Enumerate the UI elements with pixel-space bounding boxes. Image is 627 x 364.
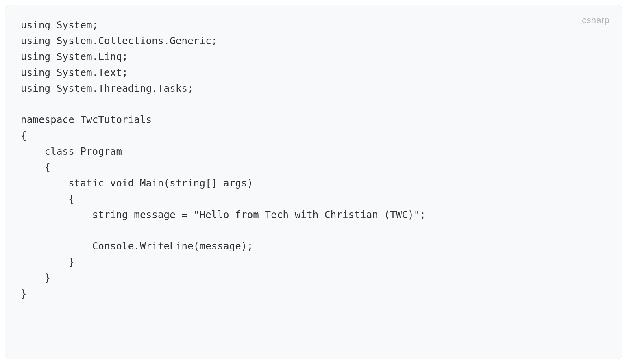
code-content[interactable]: using System; using System.Collections.G… bbox=[21, 17, 606, 302]
language-label: csharp bbox=[582, 15, 610, 26]
code-block: csharp using System; using System.Collec… bbox=[5, 5, 622, 359]
